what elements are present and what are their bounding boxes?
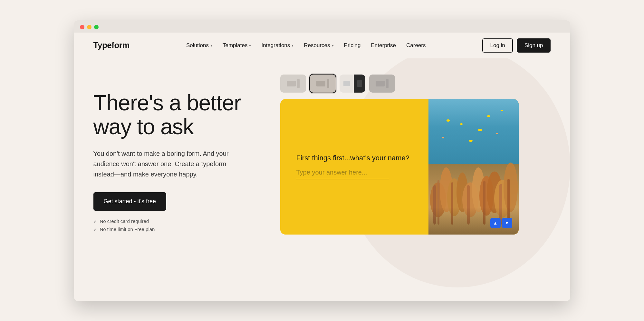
login-button[interactable]: Log in xyxy=(482,38,513,53)
check-item-2: No time limit on Free plan xyxy=(93,226,261,232)
underwater-scene xyxy=(428,99,519,235)
traffic-light-red[interactable] xyxy=(80,25,84,29)
form-nav-down[interactable]: ▼ xyxy=(502,218,512,228)
nav-link-resources[interactable]: Resources ▾ xyxy=(304,42,333,49)
form-question: First things first...what's your name? xyxy=(296,154,412,162)
nav-item-templates[interactable]: Templates ▾ xyxy=(223,42,251,49)
check-item-1: No credit card required xyxy=(93,218,261,224)
nav-item-integrations[interactable]: Integrations ▾ xyxy=(261,42,293,49)
chevron-down-icon: ▾ xyxy=(249,43,251,48)
nav-link-templates[interactable]: Templates ▾ xyxy=(223,42,251,49)
hero-right: First things first...what's your name? T… xyxy=(261,71,551,235)
form-card-left: First things first...what's your name? T… xyxy=(280,138,428,196)
theme-pill-gray[interactable] xyxy=(369,75,395,93)
nav-link-enterprise[interactable]: Enterprise xyxy=(371,42,396,49)
svg-point-9 xyxy=(504,162,518,212)
form-nav-up[interactable]: ▲ xyxy=(490,218,501,228)
theme-pill-dark[interactable] xyxy=(340,75,365,93)
browser-window: Typeform Solutions ▾ Templates ▾ xyxy=(74,20,570,301)
nav-item-solutions[interactable]: Solutions ▾ xyxy=(186,42,212,49)
traffic-light-green[interactable] xyxy=(94,25,99,29)
nav-item-resources[interactable]: Resources ▾ xyxy=(304,42,333,49)
nav-item-careers[interactable]: Careers xyxy=(406,42,426,49)
chevron-down-icon: ▾ xyxy=(332,43,334,48)
theme-selector xyxy=(280,75,551,93)
form-card: First things first...what's your name? T… xyxy=(280,99,519,235)
traffic-light-yellow[interactable] xyxy=(87,25,91,29)
signup-button[interactable]: Sign up xyxy=(517,38,551,53)
hero-section: There's a better way to ask You don't wa… xyxy=(74,58,570,301)
nav-link-pricing[interactable]: Pricing xyxy=(344,42,361,49)
nav-link-solutions[interactable]: Solutions ▾ xyxy=(186,42,212,49)
hero-title: There's a better way to ask xyxy=(93,91,261,139)
browser-chrome xyxy=(74,20,570,33)
form-nav: ▲ ▼ xyxy=(490,218,512,228)
logo[interactable]: Typeform xyxy=(93,40,130,50)
nav-link-careers[interactable]: Careers xyxy=(406,42,426,49)
form-answer[interactable]: Type your answer here... xyxy=(296,169,389,179)
nav-actions: Log in Sign up xyxy=(482,38,551,53)
hero-subtitle: You don't want to make a boring form. An… xyxy=(93,148,248,179)
chevron-down-icon: ▾ xyxy=(292,43,293,48)
hero-checks: No credit card required No time limit on… xyxy=(93,218,261,232)
nav-item-pricing[interactable]: Pricing xyxy=(344,42,361,49)
theme-pill-light[interactable] xyxy=(280,75,306,93)
nav-links: Solutions ▾ Templates ▾ Integrations ▾ xyxy=(186,42,426,49)
nav-link-integrations[interactable]: Integrations ▾ xyxy=(261,42,293,49)
chevron-down-icon: ▾ xyxy=(210,43,212,48)
cta-button[interactable]: Get started - it's free xyxy=(93,192,167,211)
theme-pill-warm[interactable] xyxy=(310,75,336,93)
form-card-image xyxy=(428,99,519,235)
traffic-lights xyxy=(80,25,99,29)
hero-left: There's a better way to ask You don't wa… xyxy=(93,71,261,232)
navbar: Typeform Solutions ▾ Templates ▾ xyxy=(74,33,570,58)
nav-item-enterprise[interactable]: Enterprise xyxy=(371,42,396,49)
page-content: Typeform Solutions ▾ Templates ▾ xyxy=(74,33,570,301)
